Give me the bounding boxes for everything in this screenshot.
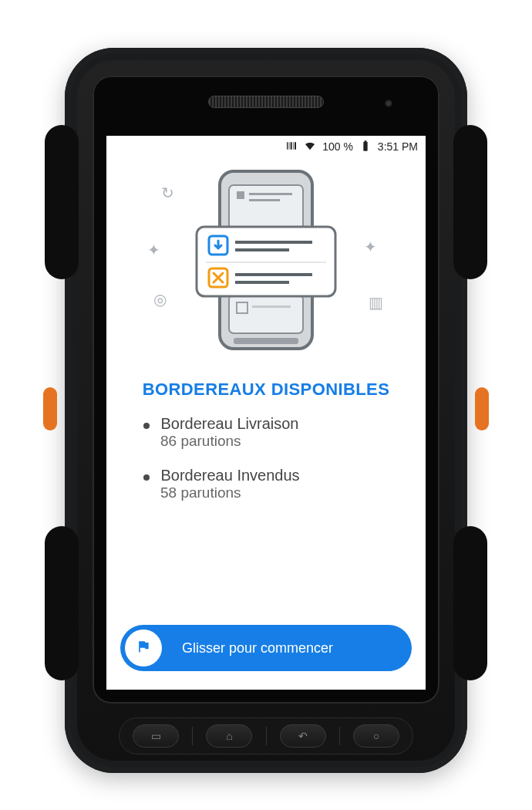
item-subtitle: 86 parutions — [160, 433, 389, 450]
speaker-grille — [208, 96, 324, 108]
battery-icon — [359, 140, 372, 154]
svg-rect-8 — [234, 338, 298, 344]
flag-icon — [136, 639, 151, 657]
bordereaux-list: Bordereau Livraison 86 parutions Bordere… — [106, 415, 426, 501]
side-button — [475, 387, 489, 430]
bullet-icon — [143, 423, 150, 429]
recent-apps-button[interactable]: ▭ — [133, 724, 179, 748]
back-button[interactable]: ↶ — [280, 724, 326, 748]
shield-icon: ◎ — [153, 290, 167, 309]
front-camera — [384, 99, 393, 108]
clock-text: 3:51 PM — [378, 140, 418, 153]
hero-illustration: ↻ ✦ ◎ ✦ ▥ — [166, 164, 366, 364]
list-item: Bordereau Livraison 86 parutions — [143, 415, 389, 450]
aux-button[interactable]: ○ — [353, 724, 399, 748]
svg-rect-15 — [235, 273, 312, 276]
screen: 100 % 3:51 PM — [106, 136, 426, 690]
status-bar: 100 % 3:51 PM — [106, 136, 426, 157]
item-title: Bordereau Invendus — [160, 467, 299, 484]
side-button — [43, 387, 57, 430]
page-title: BORDEREAUX DISPONIBLES — [119, 380, 413, 400]
grip — [45, 526, 79, 680]
bullet-icon — [143, 474, 150, 481]
wifi-icon — [304, 140, 316, 154]
svg-rect-3 — [249, 193, 292, 195]
grip — [453, 125, 487, 279]
svg-rect-11 — [235, 241, 312, 244]
separator — [339, 727, 340, 745]
svg-rect-12 — [235, 248, 289, 251]
home-button[interactable]: ⌂ — [206, 724, 252, 748]
bezel: 100 % 3:51 PM — [93, 76, 439, 704]
separator — [192, 727, 193, 745]
svg-rect-16 — [235, 281, 289, 284]
slide-knob[interactable] — [125, 629, 162, 667]
hardware-buttons: ▭ ⌂ ↶ ○ — [119, 717, 413, 754]
refresh-icon: ↻ — [161, 184, 174, 202]
svg-rect-2 — [237, 191, 244, 199]
svg-rect-4 — [249, 199, 280, 201]
list-item: Bordereau Invendus 58 parutions — [143, 467, 389, 501]
grip — [45, 125, 79, 279]
device-shell: 100 % 3:51 PM — [65, 48, 467, 773]
sparkle-icon: ✦ — [364, 238, 377, 256]
item-subtitle: 58 parutions — [160, 484, 389, 501]
barcode-sync-icon — [285, 140, 298, 154]
battery-text: 100 % — [322, 140, 353, 153]
svg-rect-7 — [252, 305, 291, 308]
slide-to-start[interactable]: Glisser pour commencer — [120, 625, 412, 671]
item-title: Bordereau Livraison — [160, 415, 298, 432]
sparkle-icon: ✦ — [147, 241, 160, 259]
clipboard-icon: ▥ — [369, 293, 383, 312]
separator — [266, 727, 267, 745]
grip — [453, 526, 487, 680]
slide-label: Glisser pour commencer — [182, 640, 333, 656]
